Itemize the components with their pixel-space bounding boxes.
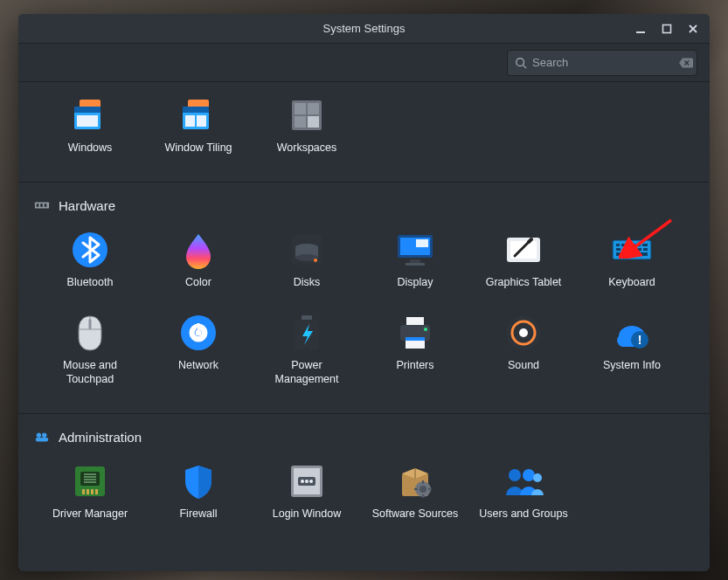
section-preferences: Windows Window Tiling — [18, 82, 710, 182]
item-display[interactable]: Display — [363, 225, 468, 293]
section-title: Administration — [59, 430, 142, 445]
workspaces-icon — [286, 94, 328, 136]
svg-rect-74 — [80, 472, 100, 486]
item-label: Driver Manager — [52, 508, 128, 521]
network-icon — [177, 312, 219, 354]
svg-rect-14 — [295, 103, 306, 114]
hardware-section-icon — [34, 199, 50, 211]
svg-rect-0 — [636, 31, 645, 33]
svg-rect-1 — [663, 24, 671, 32]
item-bluetooth[interactable]: Bluetooth — [38, 225, 142, 293]
search-input[interactable] — [532, 56, 679, 69]
svg-rect-58 — [302, 315, 312, 320]
svg-rect-12 — [197, 115, 206, 127]
item-window-tiling[interactable]: Window Tiling — [146, 91, 251, 159]
software-sources-icon — [394, 460, 436, 502]
printers-icon — [394, 312, 436, 354]
item-workspaces[interactable]: Workspaces — [254, 91, 359, 159]
svg-rect-60 — [406, 317, 424, 325]
minimize-button[interactable] — [634, 23, 647, 35]
item-graphics-tablet[interactable]: Graphics Tablet — [471, 225, 576, 293]
item-disks[interactable]: Disks — [254, 225, 359, 293]
svg-rect-37 — [621, 244, 625, 246]
item-label: Window Tiling — [164, 142, 232, 155]
item-software-sources[interactable]: Software Sources — [363, 457, 468, 525]
driver-manager-icon — [69, 460, 111, 502]
power-icon — [286, 312, 328, 354]
item-label: Firewall — [179, 508, 217, 521]
svg-rect-43 — [622, 248, 626, 251]
item-login-window[interactable]: Login Window — [254, 457, 359, 525]
item-power-management[interactable]: Power Management — [254, 308, 359, 390]
item-label: Color — [185, 276, 211, 290]
mouse-icon — [69, 312, 111, 354]
item-label: Login Window — [273, 508, 342, 521]
settings-window: System Settings — [18, 14, 710, 571]
svg-rect-45 — [633, 248, 636, 251]
item-driver-manager[interactable]: Driver Manager — [38, 457, 142, 525]
item-label: Mouse and Touchpad — [42, 359, 138, 386]
svg-rect-32 — [406, 263, 425, 266]
svg-rect-36 — [616, 244, 620, 246]
firewall-icon — [177, 460, 219, 502]
svg-text:!: ! — [638, 333, 642, 347]
login-window-icon — [286, 460, 328, 502]
item-sound[interactable]: Sound — [471, 308, 576, 390]
item-firewall[interactable]: Firewall — [146, 457, 251, 525]
item-keyboard[interactable]: Keyboard — [579, 225, 684, 293]
item-windows[interactable]: Windows — [38, 91, 142, 159]
item-users-groups[interactable]: Users and Groups — [471, 457, 576, 525]
item-printers[interactable]: Printers — [363, 308, 468, 390]
svg-rect-7 — [77, 115, 98, 127]
svg-rect-80 — [87, 489, 89, 494]
svg-rect-50 — [641, 252, 648, 256]
svg-rect-81 — [91, 489, 94, 494]
svg-rect-41 — [642, 244, 648, 246]
sound-icon — [503, 312, 544, 354]
svg-rect-44 — [627, 248, 631, 251]
svg-rect-48 — [616, 252, 621, 256]
svg-rect-31 — [410, 259, 420, 263]
svg-point-98 — [533, 473, 542, 482]
svg-rect-15 — [308, 103, 319, 114]
svg-rect-57 — [198, 323, 200, 330]
svg-point-27 — [314, 259, 317, 262]
svg-rect-40 — [637, 244, 641, 246]
item-network[interactable]: Network — [146, 308, 251, 390]
svg-rect-21 — [45, 204, 47, 207]
svg-rect-19 — [37, 204, 39, 207]
administration-section-icon — [34, 431, 50, 443]
svg-rect-82 — [95, 489, 98, 494]
clear-search-icon[interactable] — [679, 58, 693, 68]
section-header-hardware: Hardware — [18, 183, 710, 220]
color-icon — [177, 229, 219, 271]
keyboard-icon — [611, 229, 653, 271]
item-label: Users and Groups — [479, 508, 567, 521]
item-mouse-touchpad[interactable]: Mouse and Touchpad — [38, 308, 142, 390]
item-label: System Info — [603, 359, 661, 373]
window-title: System Settings — [18, 22, 710, 35]
close-button[interactable] — [687, 23, 699, 35]
item-label: Power Management — [259, 359, 355, 386]
maximize-button[interactable] — [661, 23, 673, 35]
item-color[interactable]: Color — [146, 225, 251, 293]
svg-rect-46 — [638, 248, 641, 251]
item-system-info[interactable]: ! System Info — [579, 308, 684, 390]
svg-point-96 — [509, 469, 521, 481]
users-groups-icon — [503, 460, 544, 502]
svg-rect-30 — [416, 239, 428, 247]
search-field[interactable] — [507, 50, 697, 76]
item-label: Sound — [508, 359, 539, 373]
svg-line-3 — [523, 65, 527, 68]
content-area: Windows Window Tiling — [18, 82, 710, 571]
item-label: Software Sources — [372, 508, 459, 521]
svg-rect-17 — [308, 116, 319, 128]
svg-point-71 — [42, 433, 46, 438]
item-label: Network — [178, 359, 218, 373]
item-label: Graphics Tablet — [486, 276, 562, 290]
svg-rect-49 — [623, 252, 639, 256]
item-label: Windows — [68, 142, 113, 155]
svg-point-67 — [519, 328, 528, 337]
svg-point-86 — [301, 480, 304, 483]
svg-point-87 — [305, 480, 309, 483]
